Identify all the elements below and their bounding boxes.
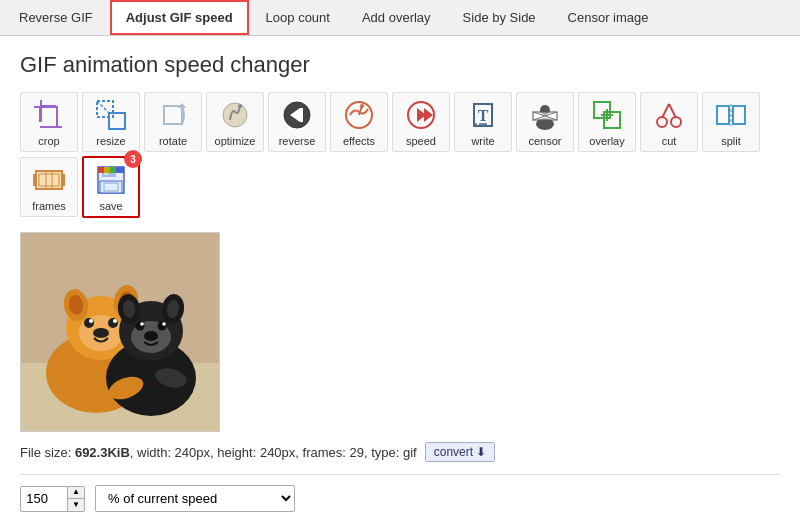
tool-resize[interactable]: resize (82, 92, 140, 152)
tool-cut[interactable]: cut (640, 92, 698, 152)
rotate-icon (155, 97, 191, 133)
tool-crop[interactable]: crop (20, 92, 78, 152)
svg-rect-15 (300, 108, 303, 122)
spinner-up[interactable]: ▲ (68, 487, 84, 499)
speed-value-input[interactable] (21, 487, 67, 510)
file-info-text: File size: 692.3KiB, width: 240px, heigh… (20, 445, 417, 460)
svg-point-35 (657, 117, 667, 127)
spinner-buttons: ▲ ▼ (67, 487, 84, 511)
svg-point-80 (140, 322, 144, 326)
svg-line-38 (669, 104, 676, 118)
tool-reverse[interactable]: reverse (268, 92, 326, 152)
tab-add-overlay[interactable]: Add overlay (347, 1, 446, 34)
save-label: save (99, 200, 122, 212)
tool-rotate[interactable]: rotate (144, 92, 202, 152)
svg-point-66 (84, 318, 94, 328)
crop-label: crop (38, 135, 59, 147)
frames-icon (31, 162, 67, 198)
svg-rect-3 (40, 126, 62, 128)
svg-rect-7 (109, 113, 125, 129)
optimize-icon (217, 97, 253, 133)
svg-point-11 (223, 103, 247, 127)
speed-mode-select[interactable]: % of current speed Set delay between fra… (95, 485, 295, 512)
svg-point-36 (671, 117, 681, 127)
save-badge: 3 (124, 150, 142, 168)
separator (20, 474, 780, 475)
resize-label: resize (96, 135, 125, 147)
tab-censor-image[interactable]: Censor image (553, 1, 664, 34)
svg-rect-43 (33, 174, 37, 186)
convert-label: convert (434, 445, 473, 459)
file-info: File size: 692.3KiB, width: 240px, heigh… (20, 442, 780, 462)
overlay-label: overlay (589, 135, 624, 147)
speed-icon (403, 97, 439, 133)
tool-frames[interactable]: frames (20, 157, 78, 217)
svg-text:T: T (478, 107, 489, 124)
tool-split[interactable]: split (702, 92, 760, 152)
optimize-label: optimize (215, 135, 256, 147)
reverse-label: reverse (279, 135, 316, 147)
svg-point-12 (238, 104, 242, 108)
cut-icon (651, 97, 687, 133)
file-details: , width: 240px, height: 240px, frames: 2… (130, 445, 417, 460)
tab-adjust-gif-speed[interactable]: Adjust GIF speed (110, 0, 249, 35)
page-title: GIF animation speed changer (20, 52, 780, 78)
censor-icon (527, 97, 563, 133)
tool-overlay[interactable]: overlay (578, 92, 636, 152)
speed-controls: ▲ ▼ % of current speed Set delay between… (20, 485, 780, 512)
reverse-icon (279, 97, 315, 133)
censor-label: censor (528, 135, 561, 147)
svg-rect-55 (110, 167, 116, 173)
svg-point-70 (93, 328, 109, 338)
save-icon (93, 162, 129, 198)
write-icon: T (465, 97, 501, 133)
svg-point-67 (108, 318, 118, 328)
tab-reverse-gif[interactable]: Reverse GIF (4, 1, 108, 34)
svg-point-81 (162, 322, 166, 326)
svg-point-17 (360, 104, 364, 108)
tool-write[interactable]: T write (454, 92, 512, 152)
svg-rect-54 (104, 167, 110, 173)
gif-preview (20, 232, 220, 432)
svg-point-68 (89, 319, 93, 323)
svg-point-82 (144, 331, 158, 341)
rotate-label: rotate (159, 135, 187, 147)
svg-rect-53 (98, 167, 104, 173)
svg-rect-9 (164, 106, 182, 124)
speed-value-input-wrap: ▲ ▼ (20, 486, 85, 512)
svg-rect-2 (56, 106, 58, 128)
tab-loop-count[interactable]: Loop count (251, 1, 345, 34)
spinner-down[interactable]: ▼ (68, 499, 84, 511)
crop-icon (31, 97, 67, 133)
tab-side-by-side[interactable]: Side by Side (448, 1, 551, 34)
svg-rect-56 (116, 167, 124, 173)
speed-label: speed (406, 135, 436, 147)
tool-censor[interactable]: censor (516, 92, 574, 152)
main-content: GIF animation speed changer crop (0, 36, 800, 523)
write-label: write (471, 135, 494, 147)
svg-line-8 (97, 101, 109, 113)
tool-save[interactable]: 3 save (82, 156, 140, 218)
effects-label: effects (343, 135, 375, 147)
effects-icon (341, 97, 377, 133)
convert-icon: ⬇ (476, 445, 486, 459)
tool-toolbar: crop resize rotate (20, 92, 780, 218)
split-icon (713, 97, 749, 133)
split-label: split (721, 135, 741, 147)
cut-label: cut (662, 135, 677, 147)
frames-label: frames (32, 200, 66, 212)
svg-line-37 (662, 104, 669, 118)
svg-point-69 (113, 319, 117, 323)
overlay-icon (589, 97, 625, 133)
tool-optimize[interactable]: optimize (206, 92, 264, 152)
convert-button[interactable]: convert ⬇ (425, 442, 495, 462)
svg-marker-20 (424, 108, 433, 122)
svg-rect-40 (733, 106, 745, 124)
tool-speed[interactable]: speed (392, 92, 450, 152)
resize-icon (93, 97, 129, 133)
svg-rect-44 (61, 174, 65, 186)
tool-effects[interactable]: effects (330, 92, 388, 152)
tabs-bar: Reverse GIF Adjust GIF speed Loop count … (0, 0, 800, 36)
svg-rect-39 (717, 106, 729, 124)
file-size: 692.3KiB (75, 445, 130, 460)
